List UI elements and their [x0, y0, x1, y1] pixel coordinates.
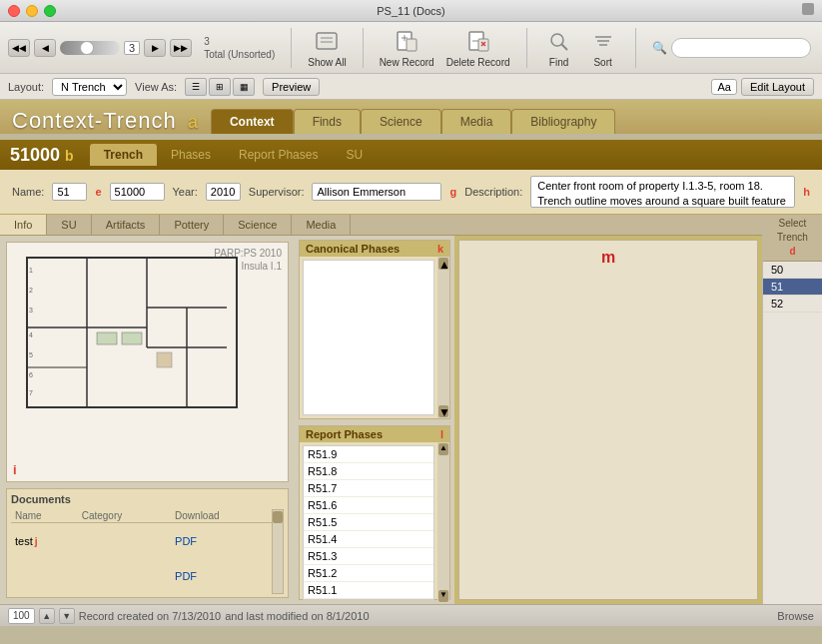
sort-icon[interactable] — [587, 27, 619, 55]
trench-item-50[interactable]: 50 — [763, 262, 822, 279]
sub-tab-trench[interactable]: Trench — [90, 144, 157, 166]
report-phases-list[interactable]: R51.9 R51.8 R51.7 R51.6 R51.5 R51.4 R51.… — [303, 445, 434, 600]
inner-tab-artifacts[interactable]: Artifacts — [92, 215, 161, 235]
list-item: R51.9 — [304, 446, 433, 463]
svg-text:7: 7 — [29, 389, 33, 396]
trench-item-52[interactable]: 52 — [763, 296, 822, 313]
status-btn-2[interactable]: ▼ — [59, 608, 75, 624]
sort-label[interactable]: Sort — [593, 57, 611, 68]
minimize-button[interactable] — [26, 5, 38, 17]
search-input[interactable] — [671, 38, 811, 58]
inner-tabs: Info SU Artifacts Pottery Science Media — [0, 215, 762, 236]
traffic-lights — [8, 5, 56, 17]
left-section: Info SU Artifacts Pottery Science Media … — [0, 215, 762, 604]
record-slider: 3 — [60, 41, 140, 55]
name2-input[interactable] — [110, 183, 165, 201]
supervisor-input[interactable] — [312, 183, 441, 201]
record-header: 51000 b Trench Phases Report Phases SU — [0, 140, 822, 170]
show-all-label[interactable]: Show All — [308, 57, 346, 68]
documents-table: Name Category Download testj — [11, 509, 272, 594]
doc-download-cell2[interactable]: PDF — [171, 559, 272, 594]
list-item: R51.5 — [304, 514, 433, 531]
canonical-phases-list[interactable] — [303, 260, 434, 415]
find-label[interactable]: Find — [549, 57, 568, 68]
edit-layout-button[interactable]: Edit Layout — [741, 78, 814, 96]
grid-view-button[interactable]: ▦ — [233, 78, 255, 96]
close-button[interactable] — [8, 5, 20, 17]
layout-select[interactable]: N Trench — [52, 78, 127, 96]
main-content-area: PARP:PS 2010 Insula I.1 — [0, 236, 762, 604]
svg-rect-0 — [317, 33, 337, 49]
phase-content-area: m — [458, 240, 758, 600]
toolbar: ◀◀ ◀ 3 ▶ ▶▶ 3 Total (Unsorted) Show All … — [0, 22, 822, 74]
inner-tab-su[interactable]: SU — [47, 215, 91, 235]
inner-tab-info[interactable]: Info — [0, 215, 47, 235]
new-record-icon[interactable] — [391, 27, 422, 55]
name-input[interactable] — [52, 183, 87, 201]
inner-tab-pottery[interactable]: Pottery — [160, 215, 224, 235]
nav-prev-button[interactable]: ◀ — [34, 39, 56, 57]
statusbar: 100 ▲ ▼ Record created on 7/13/2010 and … — [0, 604, 822, 626]
description-field[interactable]: Center front room of property I.1.3-5, r… — [530, 176, 795, 208]
docs-scrollbar[interactable] — [272, 509, 284, 594]
sub-tab-phases[interactable]: Phases — [157, 144, 225, 166]
canonical-phases-title: Canonical Phases — [306, 243, 400, 255]
description-letter: h — [803, 186, 810, 198]
nav-next-button[interactable]: ▶ — [144, 39, 166, 57]
status-btn-1[interactable]: ▲ — [39, 608, 55, 624]
preview-button[interactable]: Preview — [263, 78, 320, 96]
tab-finds[interactable]: Finds — [294, 109, 361, 134]
report-phases-scrollbar[interactable]: ▲ ▼ — [437, 442, 449, 603]
sub-tab-report-phases[interactable]: Report Phases — [225, 144, 332, 166]
nav-forward-button[interactable]: ▶▶ — [170, 39, 192, 57]
report-phases-header: Report Phases l — [300, 426, 449, 442]
year-input[interactable] — [206, 183, 241, 201]
doc-download-cell[interactable]: PDF — [171, 523, 272, 559]
sub-tab-su[interactable]: SU — [332, 144, 377, 166]
font-size-button[interactable]: Aa — [711, 79, 736, 95]
zoom-display: 100 — [8, 608, 35, 624]
doc-name-cell2 — [11, 559, 78, 594]
app-title: Context-Trench a — [12, 108, 199, 134]
delete-record-label[interactable]: Delete Record — [446, 57, 510, 68]
resize-button[interactable] — [802, 3, 814, 15]
inner-tab-media[interactable]: Media — [292, 215, 351, 235]
list-view-button[interactable]: ☰ — [185, 78, 207, 96]
titlebar: PS_11 (Docs) — [0, 0, 822, 22]
tab-bibliography[interactable]: Bibliography — [511, 109, 615, 134]
status-right: Browse — [777, 610, 814, 622]
main-tabs: Context Finds Science Media Bibliography — [211, 109, 615, 134]
new-record-label[interactable]: New Record — [380, 57, 434, 68]
report-phases-section: Report Phases l R51.9 R51.8 R51.7 R51.6 … — [299, 425, 450, 600]
tab-context[interactable]: Context — [211, 109, 294, 134]
slider-thumb[interactable] — [80, 41, 94, 55]
svg-rect-25 — [122, 332, 142, 344]
record-number: 3 — [124, 41, 140, 55]
find-section: Find — [543, 27, 575, 68]
find-icon[interactable] — [543, 27, 575, 55]
tab-science[interactable]: Science — [361, 109, 441, 134]
show-all-section: Show All — [308, 27, 346, 68]
nav-back-button[interactable]: ◀◀ — [8, 39, 30, 57]
tab-media[interactable]: Media — [441, 109, 512, 134]
delete-record-icon[interactable] — [462, 27, 494, 55]
docs-col-name: Name — [11, 509, 78, 523]
trench-selector-header: Select Trench d — [763, 215, 822, 262]
svg-text:2: 2 — [29, 287, 33, 294]
record-modified-text: and last modified on 8/1/2010 — [225, 610, 369, 622]
trench-header-trench: Trench — [767, 231, 818, 245]
inner-tab-science[interactable]: Science — [224, 215, 292, 235]
slider-track[interactable] — [60, 41, 120, 55]
list-item: R51.7 — [304, 480, 433, 497]
supervisor-label: Supervisor: — [249, 186, 305, 198]
svg-line-13 — [561, 44, 567, 50]
maximize-button[interactable] — [44, 5, 56, 17]
documents-content: Name Category Download testj — [11, 509, 284, 594]
layout-label: Layout: — [8, 81, 44, 93]
left-column: PARP:PS 2010 Insula I.1 — [0, 236, 295, 604]
table-view-button[interactable]: ⊞ — [209, 78, 231, 96]
canonical-phases-scrollbar[interactable]: ▲ ▼ — [437, 257, 449, 418]
table-row: PDF — [11, 559, 272, 594]
trench-item-51[interactable]: 51 — [763, 279, 822, 296]
docs-scroll-thumb — [273, 511, 283, 523]
